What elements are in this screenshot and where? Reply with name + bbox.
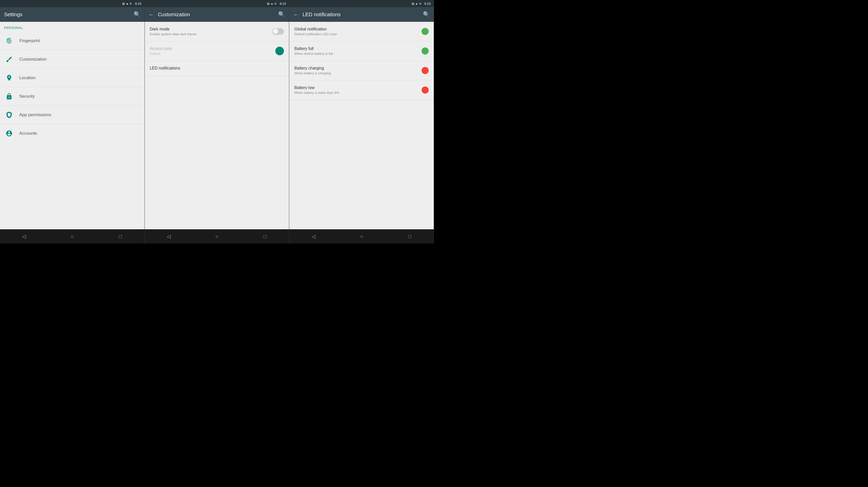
battery-full-dot: [422, 48, 429, 55]
accent-color-text: Accent color Default: [150, 47, 172, 56]
paint-icon: [4, 54, 14, 64]
dark-mode-subtitle: Enable system wide dark theme: [150, 32, 196, 36]
global-notification-title: Global notification: [294, 27, 337, 31]
battery-low-dot: [422, 86, 429, 94]
global-notification-subtitle: Default notification LED color: [294, 32, 337, 36]
accent-color-circle: [275, 47, 284, 55]
led-notifications-title: LED notifications: [150, 66, 284, 70]
accounts-label: Accounts: [19, 131, 37, 136]
time-display-2: 9:15: [280, 2, 286, 6]
page-title-2: Customization: [158, 12, 274, 18]
global-notification-dot: [422, 28, 429, 35]
back-arrow-3[interactable]: ←: [293, 12, 299, 18]
back-button-3[interactable]: ◁: [306, 231, 321, 241]
led-notifications-content: Global notification Default notification…: [289, 22, 434, 229]
shield-icon: [4, 110, 14, 120]
battery-icon-2: ⊖: [274, 2, 277, 5]
home-button-2[interactable]: ○: [209, 231, 225, 241]
personal-section-header: Personal: [0, 22, 145, 32]
battery-charging-dot: [422, 67, 429, 74]
dark-mode-toggle[interactable]: [272, 28, 284, 35]
location-icon: [4, 73, 14, 83]
accent-color-subtitle: Default: [150, 52, 172, 56]
signal-icon-3: ▲: [415, 2, 418, 5]
vibrate-icon: ▨: [122, 2, 125, 5]
back-button-1[interactable]: ◁: [17, 231, 32, 241]
battery-full-subtitle: When device battery is full: [294, 52, 333, 56]
settings-item-app-permissions[interactable]: App permissions: [0, 106, 145, 124]
dark-mode-text: Dark mode Enable system wide dark theme: [150, 27, 196, 36]
led-notifications-panel: ▨ ▲ ⊖ 9:15 ← LED notifications 🔍 Global …: [289, 0, 434, 244]
battery-low-content: Battery low When battery is lower than 5…: [294, 85, 339, 95]
recents-button-2[interactable]: □: [257, 231, 273, 241]
search-icon-1[interactable]: 🔍: [133, 11, 141, 18]
global-notification-item[interactable]: Global notification Default notification…: [289, 22, 434, 41]
customization-panel: ▨ ▲ ⊖ 9:15 ← Customization 🔍 Dark mode E…: [145, 0, 289, 244]
battery-icon: ⊖: [129, 2, 132, 5]
app-permissions-label: App permissions: [19, 112, 51, 117]
customization-label: Customization: [19, 57, 46, 62]
led-notifications-item[interactable]: LED notifications: [145, 61, 289, 76]
battery-low-item[interactable]: Battery low When battery is lower than 5…: [289, 80, 434, 100]
home-button-1[interactable]: ○: [65, 231, 80, 241]
battery-low-title: Battery low: [294, 85, 339, 90]
status-icons-3: ▨ ▲ ⊖: [412, 2, 421, 5]
dark-mode-item[interactable]: Dark mode Enable system wide dark theme: [145, 22, 289, 41]
security-label: Security: [19, 94, 35, 99]
app-bar-3: ← LED notifications 🔍: [289, 7, 434, 22]
accent-color-row: Accent color Default: [150, 47, 284, 56]
page-title-3: LED notifications: [303, 12, 419, 18]
accent-color-title: Accent color: [150, 47, 172, 51]
battery-full-title: Battery full: [294, 47, 333, 51]
recents-button-1[interactable]: □: [113, 231, 128, 241]
settings-item-location[interactable]: Location: [0, 69, 145, 87]
status-icons-2: ▨ ▲ ⊖: [267, 2, 277, 5]
status-bar-3: ▨ ▲ ⊖ 9:15: [289, 0, 434, 7]
battery-full-item[interactable]: Battery full When device battery is full: [289, 41, 434, 61]
page-title-1: Settings: [4, 12, 129, 18]
time-display-1: 9:15: [135, 2, 141, 6]
global-notification-content: Global notification Default notification…: [294, 27, 337, 36]
back-arrow-2[interactable]: ←: [149, 12, 154, 18]
search-icon-3[interactable]: 🔍: [423, 11, 430, 18]
signal-icon: ▲: [126, 2, 128, 5]
security-icon: [4, 91, 14, 102]
account-icon: [4, 128, 14, 139]
home-button-3[interactable]: ○: [354, 231, 369, 241]
nav-bar-1: ◁ ○ □: [0, 229, 145, 244]
time-display-3: 9:15: [424, 2, 431, 6]
recents-button-3[interactable]: □: [402, 231, 417, 241]
nav-bar-2: ◁ ○ □: [145, 229, 289, 244]
battery-charging-item[interactable]: Battery charging When battery is chargin…: [289, 61, 434, 80]
toggle-knob-dark-mode: [273, 29, 278, 34]
dark-mode-row: Dark mode Enable system wide dark theme: [150, 27, 284, 36]
settings-item-fingerprint[interactable]: Fingerprint: [0, 32, 145, 50]
nav-bar-3: ◁ ○ □: [289, 229, 434, 244]
settings-item-security[interactable]: Security: [0, 87, 145, 106]
accent-color-item[interactable]: Accent color Default: [145, 41, 289, 61]
vibrate-icon-2: ▨: [267, 2, 270, 5]
status-bar-1: ▨ ▲ ⊖ 9:15: [0, 0, 145, 7]
search-icon-2[interactable]: 🔍: [278, 11, 285, 18]
customization-content: Dark mode Enable system wide dark theme …: [145, 22, 289, 229]
battery-low-subtitle: When battery is lower than 5%: [294, 91, 339, 95]
settings-item-accounts[interactable]: Accounts: [0, 124, 145, 143]
vibrate-icon-3: ▨: [412, 2, 414, 5]
signal-icon-2: ▲: [271, 2, 273, 5]
settings-panel: ▨ ▲ ⊖ 9:15 Settings 🔍 Personal Fingerpri…: [0, 0, 145, 244]
location-label: Location: [19, 75, 35, 80]
battery-full-content: Battery full When device battery is full: [294, 47, 333, 56]
status-bar-2: ▨ ▲ ⊖ 9:15: [145, 0, 289, 7]
settings-content: Personal Fingerprint Customization: [0, 22, 145, 229]
settings-item-customization[interactable]: Customization: [0, 50, 145, 69]
back-button-2[interactable]: ◁: [161, 231, 177, 241]
fingerprint-icon: [4, 36, 14, 46]
status-icons-1: ▨ ▲ ⊖: [122, 2, 132, 5]
battery-charging-content: Battery charging When battery is chargin…: [294, 66, 331, 75]
battery-charging-title: Battery charging: [294, 66, 331, 70]
dark-mode-title: Dark mode: [150, 27, 196, 31]
battery-icon-3: ⊖: [419, 2, 421, 5]
app-bar-2: ← Customization 🔍: [145, 7, 289, 22]
fingerprint-label: Fingerprint: [19, 38, 40, 44]
app-bar-1: Settings 🔍: [0, 7, 145, 22]
